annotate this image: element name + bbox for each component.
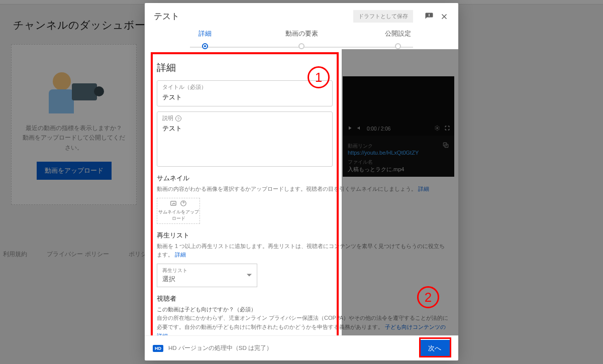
description-input-value: テスト (162, 124, 327, 133)
description-field[interactable]: 説明 ? テスト (157, 111, 333, 167)
hd-badge: HD (153, 345, 163, 352)
close-icon[interactable] (439, 12, 449, 22)
annotation-badge-2: 2 (417, 286, 439, 308)
annotation-badge-1: 1 (308, 66, 330, 88)
next-button[interactable]: 次へ (419, 340, 450, 357)
title-field[interactable]: タイトル（必須） テスト (157, 80, 333, 106)
help-icon[interactable]: ? (175, 115, 181, 122)
modal-title: テスト (154, 11, 353, 22)
upload-details-modal: テスト ドラフトとして保存 詳細 動画の要素 公開設定 1 詳細 (145, 3, 458, 360)
thumbnail-upload-box[interactable]: サムネイルをアップロード (157, 198, 200, 224)
add-image-icon (170, 200, 177, 208)
playlist-select[interactable]: 再生リスト 選択 (157, 264, 257, 287)
modal-overlay: テスト ドラフトとして保存 詳細 動画の要素 公開設定 1 詳細 (0, 0, 603, 364)
preview-shade (342, 49, 458, 335)
playlist-more-link[interactable]: 詳細 (175, 252, 186, 258)
title-input-value: テスト (162, 93, 327, 102)
processing-status: HD バージョンの処理中（SD は完了） (168, 344, 414, 352)
modal-footer: HD HD バージョンの処理中（SD は完了） 次へ (145, 335, 458, 360)
chevron-down-icon (247, 274, 252, 277)
feedback-icon[interactable] (424, 12, 434, 22)
modal-stepper: 詳細 動画の要素 公開設定 (145, 26, 458, 49)
save-draft-button[interactable]: ドラフトとして保存 (353, 10, 413, 23)
help-icon (180, 200, 187, 208)
modal-header: テスト ドラフトとして保存 (145, 3, 458, 26)
